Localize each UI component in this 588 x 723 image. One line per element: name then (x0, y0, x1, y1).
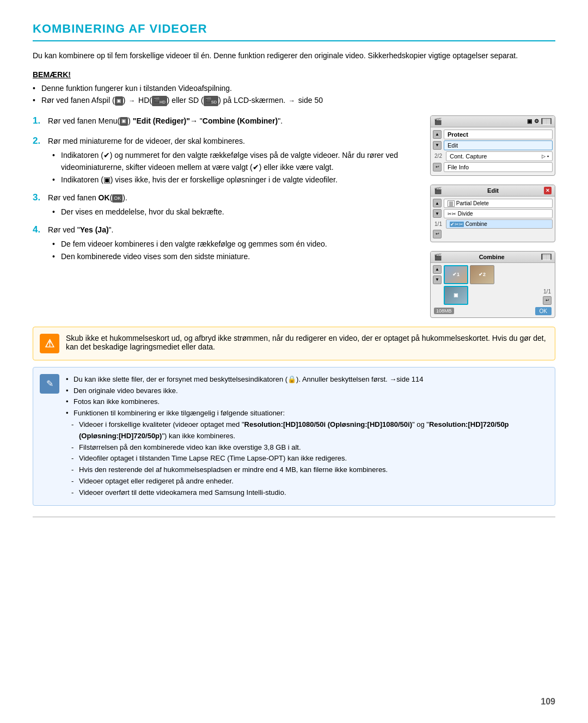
thumbnail-area-2: ▣ (444, 286, 538, 305)
panel-2-counter: 1/1 (433, 221, 444, 227)
sd-icon: 🎬SD (204, 96, 218, 106)
panel-3-body: ▲ ▼ ✔1 ✔2 (431, 263, 555, 317)
hd-icon: 🎬HD (152, 96, 167, 106)
panel-1-cam-icon: 🎬 (434, 118, 442, 125)
panel-3-content-row: ▲ ▼ ✔1 ✔2 (433, 265, 553, 305)
step-1-number: 1. (33, 115, 44, 126)
step-1-content: Rør ved fanen Menu(▣) "Edit (Rediger)"→ … (48, 115, 419, 129)
step-3-number: 3. (33, 192, 44, 203)
panel-1: 🎬 ▣ ⚙ ▓▓ ▲ Protect ▼ Edit 2/2 (430, 115, 555, 176)
warning-text: Skub ikke et hukommelseskort ud, og afbr… (66, 334, 548, 353)
thumbnail-3[interactable]: ▣ (444, 286, 468, 305)
step-1-text: Rør ved fanen Menu(▣) "Edit (Rediger)"→ … (48, 115, 419, 127)
thumbnail-2[interactable]: ✔2 (470, 265, 494, 284)
panel-1-down-btn[interactable]: ▼ (433, 141, 442, 150)
cont-capture-item[interactable]: Cont. Capture ▷ ▪ (446, 151, 553, 161)
bottom-divider (33, 517, 555, 517)
right-column: 🎬 ▣ ⚙ ▓▓ ▲ Protect ▼ Edit 2/2 (430, 115, 555, 318)
panel-2-back-row: ↩ (433, 230, 553, 238)
combine-item[interactable]: ✔✂✂ Combine (446, 219, 553, 229)
panel-2-cam-icon: 🎬 (434, 187, 442, 194)
step-4-bullet-2: Den kombinerede video vises som den sids… (52, 250, 419, 262)
panel-3-footer: 108MB OK (433, 307, 553, 315)
panel-1-gear-icon: ⚙ (534, 118, 539, 124)
thumb-3-label: ▣ (454, 292, 458, 298)
panel-1-battery-icon: ▓▓ (541, 118, 552, 124)
note-list: Du kan ikke slette filer, der er forsyne… (66, 374, 548, 499)
thumbnail-area: ✔1 ✔2 (444, 265, 538, 284)
panel-1-cont-row: 2/2 Cont. Capture ▷ ▪ (433, 151, 553, 161)
panel-1-counter: 2/2 (433, 153, 444, 159)
panel-2: 🎬 Edit ✕ ▲ ||| Partial Delete ▼ ✂✂ Divid… (430, 185, 555, 242)
thumbnail-1[interactable]: ✔1 (444, 265, 468, 284)
panel-3-battery: ▓▓ (541, 254, 552, 260)
thumb-1-label: ✔1 (452, 272, 460, 277)
note-sub-6: Videoer overført til dette videokamera m… (71, 487, 548, 499)
size-badge: 108MB (434, 308, 454, 314)
note-sub-2: Filstørrelsen på den kombinerede video k… (71, 442, 548, 454)
panel-2-nav-row: ▲ ||| Partial Delete (433, 199, 553, 208)
bemark-section: BEMÆRK! Denne funktion fungerer kun i ti… (33, 70, 555, 107)
partial-delete-item[interactable]: ||| Partial Delete (444, 199, 553, 208)
panel-2-body: ▲ ||| Partial Delete ▼ ✂✂ Divide 1/1 ✔✂✂… (431, 197, 555, 242)
panel-2-up-btn[interactable]: ▲ (433, 199, 442, 207)
step-1: 1. Rør ved fanen Menu(▣) "Edit (Rediger)… (33, 115, 419, 129)
ok-icon: OK (112, 194, 122, 203)
step-2-number: 2. (33, 136, 44, 146)
edit-menu-item[interactable]: Edit (444, 140, 553, 150)
panel-1-back-btn[interactable]: ↩ (433, 163, 442, 171)
step-4-content: Rør ved "Yes (Ja)". De fem videoer kombi… (48, 224, 419, 262)
thumb-2-label: ✔2 (479, 272, 486, 277)
cont-icons: ▷ ▪ (542, 154, 549, 159)
panel-2-title: Edit (487, 187, 499, 194)
panel-1-body: ▲ Protect ▼ Edit 2/2 Cont. Capture ▷ ▪ ↩ (431, 127, 555, 175)
step-2-bullet-1: Indikatoren (✔) og nummeret for den valg… (52, 149, 419, 174)
panel-3-down-btn[interactable]: ▼ (433, 275, 442, 284)
panel-2-down-btn[interactable]: ▼ (433, 209, 442, 218)
note-icon: ✎ (40, 374, 59, 394)
step-4-number: 4. (33, 224, 44, 235)
panel-3-header: 🎬 Combine ▓▓ (431, 252, 555, 263)
note-item-1: Du kan ikke slette filer, der er forsyne… (66, 374, 548, 385)
note-sub-list: Videoer i forskellige kvaliteter (videoe… (71, 419, 548, 499)
note-content: Du kan ikke slette filer, der er forsyne… (66, 374, 548, 499)
panel-1-menu-icon: ▣ (527, 118, 532, 124)
panel-3-up-btn[interactable]: ▲ (433, 265, 442, 274)
panel-2-close-btn[interactable]: ✕ (544, 187, 552, 194)
panel-1-nav-row: ▲ Protect (433, 130, 553, 139)
play-icon: ▣ (115, 96, 123, 105)
panel-3-thumbs: ✔1 ✔2 ▣ (444, 265, 538, 305)
protect-menu-item[interactable]: Protect (444, 130, 553, 139)
note-item-4: Funktionen til kombinering er ikke tilgæ… (66, 408, 548, 419)
panel-3-side-col: 1/1 ↩ (541, 265, 553, 305)
divide-item[interactable]: ✂✂ Divide (444, 209, 553, 218)
divide-icon: ✂✂ (448, 211, 456, 217)
menu-icon: ▣ (120, 117, 128, 126)
bemark-title: BEMÆRK! (33, 70, 555, 79)
step-3-bullet-1: Der vises en meddelelse, hvor du skal be… (52, 206, 419, 218)
step-4-bullets: De fem videoer kombineres i den valgte r… (52, 238, 419, 262)
note-box: ✎ Du kan ikke slette filer, der er forsy… (33, 367, 555, 506)
page-number: 109 (541, 697, 555, 707)
note-sub-4: Hvis den resterende del af hukommelsespl… (71, 464, 548, 476)
file-info-item[interactable]: File Info (444, 162, 553, 172)
main-content: 1. Rør ved fanen Menu(▣) "Edit (Rediger)… (33, 115, 555, 318)
panel-2-back-btn[interactable]: ↩ (433, 230, 442, 238)
partial-delete-icon: ||| (448, 200, 455, 207)
step-2: 2. Rør med miniaturerne for de videoer, … (33, 136, 419, 186)
cont-capture-label: Cont. Capture (450, 153, 487, 160)
combine-icon: ✔✂✂ (450, 222, 464, 227)
note-item-2: Den originale video bevares ikke. (66, 385, 548, 397)
panel-3: 🎬 Combine ▓▓ ▲ ▼ ✔1 (430, 251, 555, 318)
step-2-bullet-2: Indikatoren (▣) vises ikke, hvis der er … (52, 174, 419, 186)
step-2-bullets: Indikatoren (✔) og nummeret for den valg… (52, 149, 419, 186)
panel-3-nav-col: ▲ ▼ (433, 265, 442, 305)
panel-1-up-btn[interactable]: ▲ (433, 130, 442, 139)
page-title: KOMBINERING AF VIDEOER (33, 22, 555, 41)
panel-3-back-btn[interactable]: ↩ (543, 296, 552, 305)
note-item-3: Fotos kan ikke kombineres. (66, 396, 548, 408)
note-sub-3: Videofiler optaget i tilstanden Time Lap… (71, 453, 548, 464)
step-3-bullets: Der vises en meddelelse, hvor du skal be… (52, 206, 419, 218)
panel-3-ok-button[interactable]: OK (535, 307, 552, 315)
step-3: 3. Rør ved fanen OK(OK). Der vises en me… (33, 192, 419, 218)
